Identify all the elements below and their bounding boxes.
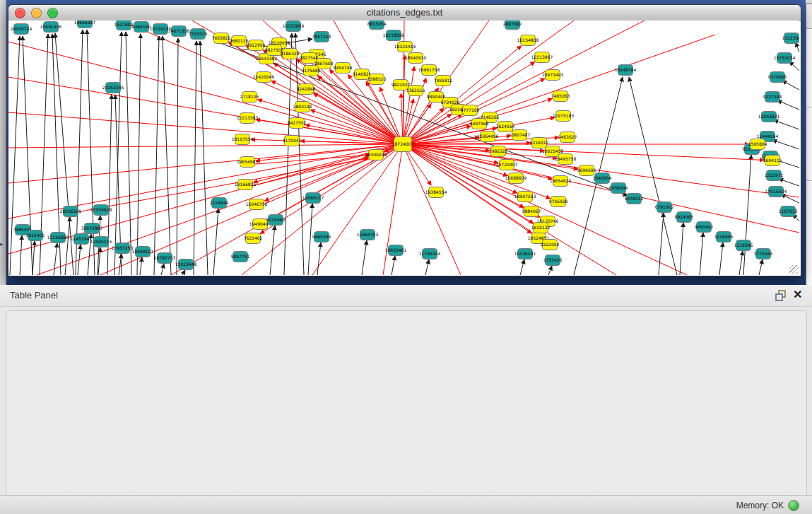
graph-node-label: 1615132 [531,225,551,230]
graph-edge[interactable] [779,179,799,186]
graph-edge[interactable] [182,270,185,275]
graph-node-label: 9329966 [768,74,787,79]
resize-grip[interactable] [789,265,799,274]
graph-edge[interactable] [317,243,321,275]
graph-edge[interactable] [126,32,131,275]
graph-node-label: 7986322 [489,148,508,153]
graph-node-label: 9115460 [266,217,286,222]
graph-node-label: 9170041 [283,138,302,143]
float-panel-icon[interactable] [775,290,787,301]
panel-expand-arrow[interactable]: ▸ [0,240,4,247]
graph-node-label: 3624554 [496,124,515,129]
graph-edge[interactable] [777,100,799,110]
graph-node-label: 1770164 [754,251,773,256]
network-graph: 2405572420691406106552871527602846616010… [8,21,799,275]
network-canvas[interactable]: 2405572420691406106552871527602846616010… [8,21,799,275]
graph-edge[interactable] [782,81,799,90]
graph-node-label: 11792344 [419,251,441,256]
graph-edge[interactable] [403,144,799,197]
graph-node-label: 21053346 [102,85,124,90]
graph-edge[interactable] [308,204,312,275]
graph-node-label: 8914565 [675,214,694,219]
close-panel-icon[interactable]: ✕ [793,288,802,301]
graph-node-label: 10973493 [542,72,564,77]
table-groupbox [6,310,807,497]
graph-edge[interactable] [743,155,751,275]
graph-edge[interactable] [772,140,799,149]
graph-edge[interactable] [154,36,159,275]
graph-edge[interactable] [362,240,367,275]
graph-node-label: 1733426 [543,257,563,262]
graph-edge[interactable] [33,241,35,275]
graph-edge[interactable] [65,217,70,275]
graph-edge[interactable] [719,243,723,275]
graph-edge[interactable] [20,235,22,275]
graph-edge[interactable] [8,42,403,144]
graph-node-label: 1588520 [367,76,387,81]
graph-edge[interactable] [161,264,164,275]
graph-edge[interactable] [242,144,403,275]
graph-node-label: 19218596 [383,33,405,37]
graph-edge[interactable] [520,259,524,275]
graph-edge[interactable] [163,36,171,275]
graph-node-label: 12964703 [357,232,379,237]
graph-node-label: 1640954 [593,175,612,180]
graph-edge[interactable] [403,144,687,275]
graph-edge[interactable] [270,226,275,275]
graph-node-label: 16046756 [246,201,268,206]
graph-node-label: 19384554 [425,189,447,194]
graph-edge[interactable] [796,42,799,52]
graph-node-label: 7625402 [244,235,263,240]
graph-node-label: 20364456 [477,134,499,139]
graph-node-label: 8454749 [334,65,353,70]
graph-edge[interactable] [680,223,683,275]
graph-node-label: 8466160 [132,24,151,29]
graph-node-label: 30975887 [81,226,103,230]
memory-status-label: Memory: OK [736,501,784,510]
graph-edge[interactable] [8,112,403,144]
graph-edge[interactable] [317,76,403,144]
graph-edge[interactable] [200,41,208,275]
graph-node-label: 20691406 [40,24,62,29]
graph-node-label: 9465546 [312,234,331,239]
graph-node-label: 19166825 [235,182,257,187]
graph-edge[interactable] [759,259,763,275]
graph-edge[interactable] [700,233,703,275]
graph-edge[interactable] [392,256,395,275]
graph-node-label: 11451941 [71,236,93,241]
graph-edge[interactable] [425,259,429,275]
graph-node-label: 3915402 [26,233,45,238]
graph-node-label: 18640910 [405,55,427,60]
graph-edge[interactable] [774,120,799,129]
graph-node-label: 12975185 [553,113,575,118]
graph-edge[interactable] [8,144,403,148]
graph-node-label: 2718126 [240,94,259,99]
graph-node-label: 1527602 [114,22,134,27]
graph-node-label: 11156880 [47,235,69,240]
graph-node-label: 1216695 [714,234,734,239]
graph-node-label: 9827548 [300,55,319,60]
table-panel-header: Table Panel ✕ [0,285,812,307]
graph-node-label: 28495758 [555,156,577,161]
graph-edge[interactable] [659,213,664,275]
graph-node-label: 8813054 [367,21,387,26]
graph-node-label: 9884067 [522,209,541,214]
graph-node-label: 17957253 [112,245,134,250]
graph-edge[interactable] [403,35,715,144]
graph-edge[interactable] [140,257,142,275]
graph-node-label: 2803144 [293,104,312,109]
graph-edge[interactable] [403,144,799,233]
memory-status-indicator[interactable] [788,500,799,511]
graph-edge[interactable] [54,243,57,275]
graph-edge[interactable] [213,209,218,275]
window-titlebar[interactable]: citations_edges.txt [8,5,801,21]
graph-edge[interactable] [739,251,743,275]
graph-edge[interactable] [177,38,178,275]
graph-edge[interactable] [548,266,552,275]
background-window[interactable] [806,4,812,286]
graph-node-label: 24055724 [11,26,33,31]
graph-edge[interactable] [629,77,677,275]
graph-edge[interactable] [194,41,196,275]
graph-edge[interactable] [10,36,20,275]
table-panel: Table Panel ✕ [0,285,812,514]
